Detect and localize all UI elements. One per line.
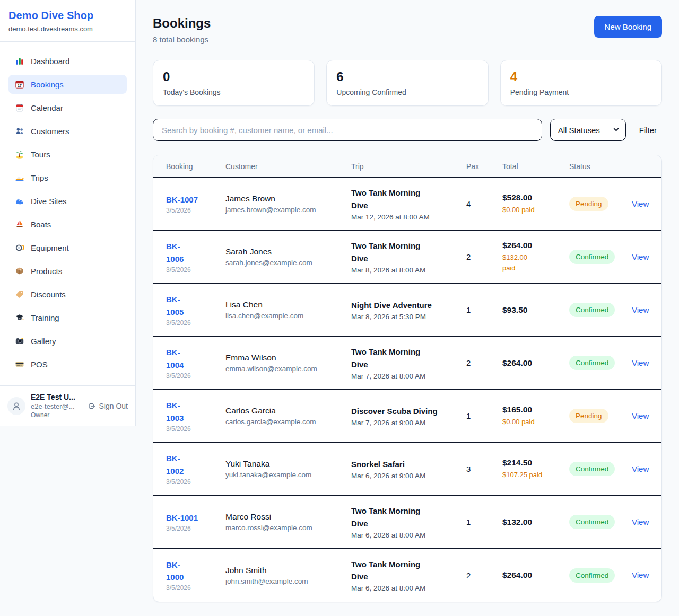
booking-link[interactable]: BK-1007: [166, 193, 198, 206]
user-email: e2e-tester@...: [31, 402, 82, 410]
view-link[interactable]: View: [632, 305, 649, 314]
trip-date: Mar 6, 2026 at 9:00 AM: [351, 472, 466, 480]
view-link[interactable]: View: [632, 358, 649, 367]
page-title: Bookings: [153, 16, 211, 31]
stat-card-upcoming-confirmed: 6Upcoming Confirmed: [326, 60, 488, 106]
sidebar: Demo Dive Shop demo.test.divestreams.com…: [0, 0, 136, 426]
view-link[interactable]: View: [632, 517, 649, 526]
customer-email: john.smith@example.com: [225, 577, 351, 585]
total-amount: $264.00: [502, 570, 569, 580]
status-cell: Confirmed: [569, 303, 632, 317]
bar-chart-icon: [15, 56, 24, 66]
booking-link[interactable]: BK- 1002: [166, 452, 184, 477]
booking-link[interactable]: BK-1001: [166, 512, 198, 524]
status-badge: Confirmed: [569, 462, 615, 476]
people-icon: [15, 126, 24, 136]
sidebar-item-trips[interactable]: Trips: [8, 168, 127, 187]
trip-cell: Snorkel SafariMar 6, 2026 at 9:00 AM: [351, 458, 466, 480]
booking-date: 3/5/2026: [166, 478, 225, 486]
booking-link[interactable]: BK- 1005: [166, 293, 184, 318]
actions-cell: View: [632, 411, 649, 421]
sidebar-item-training[interactable]: Training: [8, 308, 127, 327]
trip-date: Mar 8, 2026 at 5:30 PM: [351, 313, 466, 321]
trip-cell: Two Tank Morning DiveMar 8, 2026 at 8:00…: [351, 240, 466, 274]
status-badge: Confirmed: [569, 303, 615, 317]
filter-button[interactable]: Filter: [634, 126, 662, 135]
booking-cell: BK-10073/5/2026: [166, 193, 225, 214]
sidebar-item-pos[interactable]: POS: [8, 355, 127, 374]
actions-cell: View: [632, 358, 649, 368]
sidebar-item-calendar[interactable]: Calendar: [8, 98, 127, 117]
column-header-customer: Customer: [225, 162, 351, 171]
sidebar-item-customers[interactable]: Customers: [8, 121, 127, 140]
trip-name: Snorkel Safari: [351, 458, 439, 470]
total-cell: $528.00$0.00 paid: [502, 193, 569, 215]
sidebar-item-boats[interactable]: Boats: [8, 215, 127, 234]
table-row: BK- 10043/5/2026Emma Wilsonemma.wilson@e…: [153, 337, 661, 390]
sign-out-button[interactable]: Sign Out: [88, 402, 128, 410]
view-link[interactable]: View: [632, 252, 649, 261]
table-row: BK- 10033/5/2026Carlos Garciacarlos.garc…: [153, 390, 661, 443]
new-booking-button[interactable]: New Booking: [594, 16, 662, 38]
trip-name: Two Tank Morning Dive: [351, 346, 439, 371]
user-role: Owner: [31, 411, 82, 419]
stat-value: 6: [336, 69, 478, 84]
trip-name: Discover Scuba Diving: [351, 405, 439, 417]
sidebar-item-label: Trips: [31, 173, 48, 182]
sidebar-item-discounts[interactable]: Discounts: [8, 285, 127, 304]
trip-date: Mar 8, 2026 at 8:00 AM: [351, 266, 466, 274]
booking-link[interactable]: BK- 1003: [166, 399, 184, 424]
logo-block: Demo Dive Shop demo.test.divestreams.com: [0, 0, 135, 42]
total-amount: $264.00: [502, 241, 569, 250]
sidebar-item-tours[interactable]: Tours: [8, 145, 127, 164]
view-link[interactable]: View: [632, 464, 649, 473]
booking-date: 3/5/2026: [166, 584, 225, 592]
booking-link[interactable]: BK- 1004: [166, 346, 184, 371]
booking-link[interactable]: BK- 1006: [166, 240, 184, 265]
booking-cell: BK- 10043/5/2026: [166, 346, 225, 380]
amount-paid: $132.00 paid: [502, 252, 569, 273]
sailboat-icon: [15, 219, 24, 229]
controls-row: All Statuses Filter: [153, 119, 662, 141]
user-section: E2E Test U... e2e-tester@... Owner Sign …: [0, 385, 135, 426]
status-cell: Confirmed: [569, 515, 632, 529]
status-filter-select[interactable]: All Statuses: [550, 119, 626, 141]
page-header: Bookings 8 total bookings New Booking: [153, 16, 662, 44]
total-amount: $93.50: [502, 305, 569, 315]
trip-cell: Two Tank Morning DiveMar 6, 2026 at 8:00…: [351, 558, 466, 593]
total-amount: $214.50: [502, 458, 569, 468]
stat-label: Upcoming Confirmed: [336, 88, 478, 96]
table-row: BK-10013/5/2026Marco Rossimarco.rossi@ex…: [153, 496, 661, 549]
status-badge: Confirmed: [569, 568, 615, 583]
sidebar-item-dashboard[interactable]: Dashboard: [8, 51, 127, 71]
status-cell: Pending: [569, 409, 632, 423]
booking-link[interactable]: BK- 1000: [166, 559, 184, 584]
search-input[interactable]: [153, 119, 542, 141]
trip-date: Mar 7, 2026 at 9:00 AM: [351, 419, 466, 427]
status-cell: Confirmed: [569, 250, 632, 264]
view-link[interactable]: View: [632, 570, 649, 579]
sidebar-item-equipment[interactable]: Equipment: [8, 238, 127, 257]
table-row: BK-10073/5/2026James Brownjames.brown@ex…: [153, 178, 661, 231]
sidebar-item-label: POS: [31, 360, 48, 369]
status-cell: Pending: [569, 197, 632, 211]
view-link[interactable]: View: [632, 199, 649, 208]
user-icon: [11, 401, 22, 411]
total-cell: $214.50$107.25 paid: [502, 458, 569, 480]
booking-date: 3/5/2026: [166, 372, 225, 380]
column-header-status: Status: [569, 162, 632, 171]
table-row: BK- 10003/5/2026John Smithjohn.smith@exa…: [153, 549, 661, 602]
wave-icon: [15, 196, 24, 206]
status-cell: Confirmed: [569, 356, 632, 370]
stat-card-pending-payment: 4Pending Payment: [500, 60, 662, 106]
sidebar-item-gallery[interactable]: Gallery: [8, 331, 127, 350]
trip-name: Night Dive Adventure: [351, 299, 439, 311]
sidebar-item-bookings[interactable]: 17Bookings: [8, 75, 127, 94]
trip-date: Mar 12, 2026 at 8:00 AM: [351, 213, 466, 221]
calendar-icon: [15, 103, 24, 112]
sidebar-item-dive-sites[interactable]: Dive Sites: [8, 191, 127, 210]
sidebar-item-products[interactable]: Products: [8, 261, 127, 280]
trip-cell: Night Dive AdventureMar 8, 2026 at 5:30 …: [351, 299, 466, 321]
sidebar-item-label: Products: [31, 267, 62, 276]
view-link[interactable]: View: [632, 411, 649, 420]
